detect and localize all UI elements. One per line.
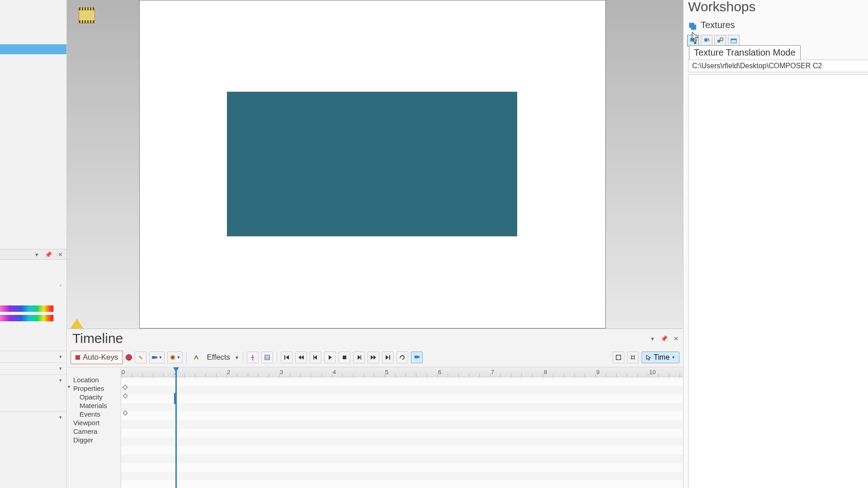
track-location[interactable]: Location: [73, 375, 118, 384]
svg-rect-3: [720, 38, 723, 41]
play-mode-button[interactable]: [411, 352, 423, 363]
ruler-tick: 8: [544, 369, 547, 375]
scene-rectangle[interactable]: [227, 92, 517, 236]
timeline-body: ▾ Location Properties Opacity Materials …: [67, 367, 683, 488]
stop-button[interactable]: [339, 352, 350, 363]
pin-icon[interactable]: 📌: [45, 251, 52, 258]
svg-marker-33: [418, 356, 420, 358]
left-dropdown-4[interactable]: ▾: [0, 411, 66, 423]
workshops-title: Workshops: [684, 0, 868, 14]
ruler-tick: 0: [122, 369, 125, 375]
axis-marker-icon: [71, 319, 83, 328]
left-panel: ▾ 📌 ✕ ˄ ▾ ▾ ▾ ▾: [0, 0, 67, 488]
film-clip-icon[interactable]: [79, 7, 95, 23]
autokeys-toggle[interactable]: Auto-Keys: [71, 351, 123, 364]
track-camera[interactable]: Camera: [73, 427, 118, 436]
timeline-panel: Timeline ▾ 📌 ✕ Auto-Keys ▼ ▼ Effects ▼: [67, 328, 683, 488]
svg-rect-30: [389, 355, 390, 360]
left-selected-item[interactable]: [0, 44, 66, 54]
separator: [186, 352, 187, 363]
texture-path-field[interactable]: C:\Users\rfield\Desktop\COMPOSER C2: [688, 60, 868, 72]
left-dropdown-2[interactable]: ▾: [0, 362, 66, 374]
go-to-end-button[interactable]: [382, 352, 394, 363]
svg-point-13: [252, 359, 254, 361]
time-label: Time: [654, 353, 670, 361]
track-grid: [121, 377, 683, 488]
textures-label: Textures: [701, 20, 735, 30]
track-opacity[interactable]: Opacity: [73, 393, 118, 401]
timeline-track-labels: ▾ Location Properties Opacity Materials …: [67, 367, 121, 488]
filter-keys-button[interactable]: [247, 352, 259, 363]
svg-marker-25: [358, 355, 361, 360]
left-subpanel-controls: ▾ 📌 ✕: [0, 249, 66, 260]
timeline-header: Timeline ▾ 📌 ✕: [67, 329, 683, 350]
svg-marker-18: [286, 355, 289, 360]
svg-marker-20: [301, 355, 304, 360]
record-icon[interactable]: [126, 354, 132, 361]
track-options-button[interactable]: [261, 352, 273, 363]
left-dropdown-1[interactable]: ▾: [0, 351, 66, 362]
track-digger[interactable]: Digger: [73, 436, 118, 444]
cursor-icon: [646, 354, 652, 361]
fit-selection-button[interactable]: [627, 352, 639, 363]
record-square-icon: [75, 355, 80, 360]
left-dropdown-3[interactable]: ▾: [0, 374, 66, 386]
rewind-button[interactable]: [295, 352, 307, 363]
ruler-tick: 2: [227, 369, 230, 375]
svg-marker-27: [371, 355, 373, 360]
timeline-dropdown-icon[interactable]: ▾: [649, 335, 656, 342]
timeline-close-icon[interactable]: ✕: [672, 335, 679, 342]
svg-rect-14: [265, 355, 269, 360]
timeline-pin-icon[interactable]: 📌: [660, 335, 668, 342]
svg-rect-26: [361, 355, 362, 360]
track-materials[interactable]: Materials: [73, 401, 118, 410]
track-viewport[interactable]: Viewport: [73, 418, 118, 427]
close-icon[interactable]: ✕: [57, 251, 64, 258]
play-button[interactable]: [324, 352, 336, 363]
svg-line-8: [140, 357, 142, 358]
fit-all-button[interactable]: [613, 352, 624, 363]
go-to-start-button[interactable]: [281, 352, 292, 363]
ruler-tick: 6: [438, 369, 441, 375]
scroll-up-icon[interactable]: ˄: [57, 283, 65, 291]
collapse-icon[interactable]: ▾: [68, 384, 70, 389]
digger-key-dropdown[interactable]: ▼: [167, 352, 183, 363]
step-forward-button[interactable]: [353, 352, 365, 363]
loop-button[interactable]: [396, 352, 408, 363]
textures-list-area: [688, 74, 868, 488]
track-properties[interactable]: Properties: [73, 384, 118, 393]
ruler-tick: 3: [280, 369, 283, 375]
timeline-ruler[interactable]: 0 1 2 3 4 5 6 7 8 9 10: [121, 367, 683, 377]
timeline-ruler-area[interactable]: 0 1 2 3 4 5 6 7 8 9 10 ˅: [121, 367, 683, 488]
svg-rect-32: [415, 356, 418, 358]
camera-key-dropdown[interactable]: ▼: [149, 352, 165, 363]
svg-marker-29: [386, 355, 389, 360]
dropdown-icon[interactable]: ▾: [33, 251, 40, 258]
svg-point-12: [172, 357, 174, 358]
tooltip: Texture Translation Mode: [689, 45, 801, 60]
separator: [243, 352, 243, 363]
playhead[interactable]: [175, 367, 177, 488]
svg-marker-21: [314, 355, 317, 360]
set-location-key-button[interactable]: [135, 352, 146, 363]
svg-rect-2: [717, 40, 720, 42]
track-events[interactable]: Events: [73, 410, 118, 418]
effects-label[interactable]: Effects: [205, 353, 232, 362]
svg-marker-28: [373, 355, 376, 360]
color-ramp-a[interactable]: [0, 305, 53, 312]
svg-rect-22: [313, 355, 314, 360]
step-back-button[interactable]: [310, 352, 321, 363]
color-ramp-b[interactable]: [0, 315, 53, 321]
workshops-panel: Workshops Textures Texture Translation M…: [683, 0, 868, 488]
viewport[interactable]: [67, 0, 683, 328]
time-mode-dropdown[interactable]: Time ▼: [642, 352, 679, 363]
fast-forward-button[interactable]: [368, 352, 379, 363]
canvas[interactable]: [139, 0, 606, 328]
timeline-title: Timeline: [72, 331, 123, 346]
svg-rect-17: [284, 355, 285, 360]
ruler-tick: 9: [596, 369, 599, 375]
ruler-tick: 7: [491, 369, 494, 375]
svg-rect-35: [632, 356, 634, 359]
svg-rect-5: [731, 39, 736, 40]
textures-header[interactable]: Textures: [684, 17, 868, 33]
